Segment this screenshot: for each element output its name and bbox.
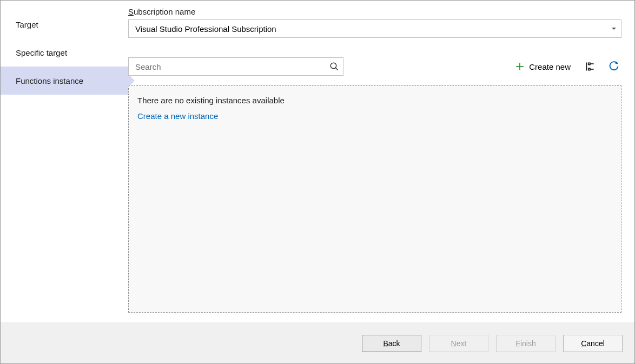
search-icon	[329, 62, 339, 71]
svg-line-1	[335, 68, 338, 70]
tree-view-icon	[585, 61, 596, 72]
subscription-combo[interactable]	[128, 19, 621, 38]
step-functions-instance[interactable]: Functions instance	[1, 67, 128, 95]
step-label: Functions instance	[16, 76, 83, 85]
create-instance-link[interactable]: Create a new instance	[137, 111, 218, 121]
refresh-button[interactable]	[606, 59, 621, 74]
plus-icon	[515, 62, 525, 71]
toolbar: Create new	[128, 57, 621, 76]
finish-button: Finish	[496, 335, 555, 352]
cancel-button[interactable]: Cancel	[563, 335, 623, 352]
svg-point-0	[330, 63, 336, 69]
empty-message: There are no existing instances availabl…	[137, 96, 612, 105]
step-label: Target	[16, 20, 38, 29]
wizard-sidebar: Target Specific target Functions instanc…	[1, 1, 128, 322]
dialog-body: Target Specific target Functions instanc…	[1, 1, 634, 322]
publish-dialog: Target Specific target Functions instanc…	[0, 0, 635, 364]
subscription-input[interactable]	[128, 19, 621, 38]
back-button[interactable]: Back	[362, 335, 421, 352]
next-button: Next	[429, 335, 488, 352]
step-specific-target[interactable]: Specific target	[1, 38, 128, 67]
refresh-icon	[608, 61, 619, 72]
step-target[interactable]: Target	[1, 10, 128, 38]
svg-rect-5	[588, 68, 590, 70]
view-resource-group-button[interactable]	[583, 59, 598, 74]
search-field	[128, 57, 343, 76]
dialog-footer: Back Next Finish Cancel	[1, 322, 634, 363]
svg-rect-4	[588, 63, 590, 64]
instances-panel: There are no existing instances availabl…	[128, 85, 621, 313]
main-panel: Subscription name	[128, 1, 634, 322]
create-new-button[interactable]: Create new	[512, 59, 574, 74]
create-new-label: Create new	[529, 62, 571, 71]
subscription-label: Subscription name	[128, 7, 621, 16]
search-input[interactable]	[128, 57, 343, 76]
step-label: Specific target	[16, 48, 67, 57]
